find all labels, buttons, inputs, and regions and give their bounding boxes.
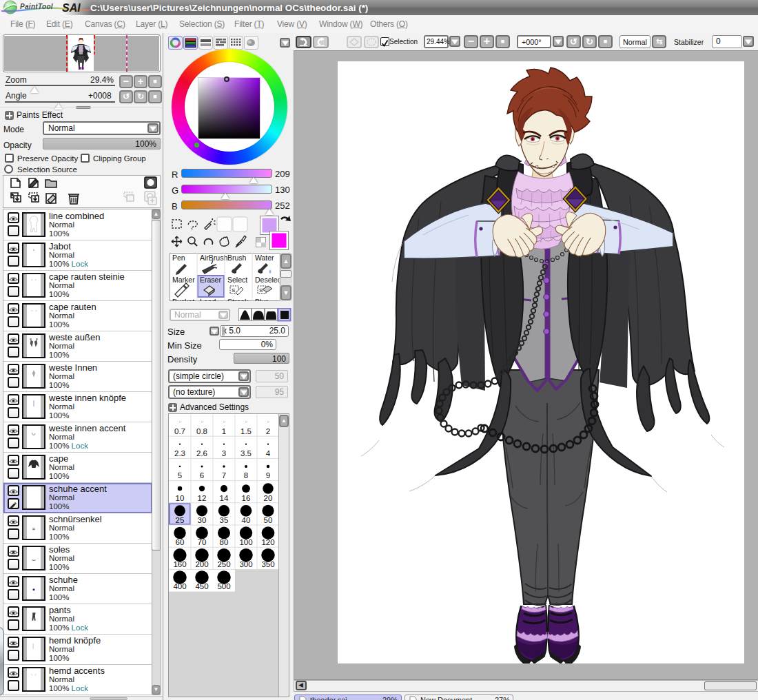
svg-text:S: S bbox=[259, 287, 263, 294]
svg-text:12: 12 bbox=[198, 494, 207, 502]
svg-text:0.8: 0.8 bbox=[196, 427, 207, 435]
svg-text:9: 9 bbox=[266, 471, 270, 480]
svg-text:30: 30 bbox=[198, 516, 207, 524]
svg-text:2.3: 2.3 bbox=[174, 449, 185, 457]
svg-text:70: 70 bbox=[198, 538, 207, 546]
svg-text:Lead: Lead bbox=[200, 298, 216, 301]
svg-text:2: 2 bbox=[266, 427, 270, 435]
svg-text:80: 80 bbox=[220, 538, 229, 546]
svg-text:20: 20 bbox=[264, 494, 273, 502]
svg-text:35: 35 bbox=[220, 516, 229, 524]
svg-text:500: 500 bbox=[217, 582, 230, 590]
svg-text:Pen: Pen bbox=[172, 254, 185, 262]
svg-text:Water: Water bbox=[255, 254, 274, 262]
svg-text:1: 1 bbox=[222, 427, 226, 435]
svg-text:450: 450 bbox=[195, 582, 208, 590]
svg-text:400: 400 bbox=[173, 582, 186, 590]
svg-text:5: 5 bbox=[178, 471, 182, 480]
svg-text:120: 120 bbox=[261, 538, 274, 546]
svg-text:6: 6 bbox=[200, 471, 204, 480]
svg-text:10: 10 bbox=[176, 494, 185, 502]
svg-text:300: 300 bbox=[239, 560, 252, 568]
svg-text:Streak: Streak bbox=[227, 298, 249, 301]
svg-text:14: 14 bbox=[220, 494, 229, 502]
svg-text:PaintTool: PaintTool bbox=[20, 3, 53, 10]
svg-text:200: 200 bbox=[195, 560, 208, 568]
svg-text:AirBrush: AirBrush bbox=[200, 254, 227, 262]
svg-text:350: 350 bbox=[261, 560, 274, 568]
svg-text:Bucket: Bucket bbox=[172, 298, 194, 301]
svg-text:0.7: 0.7 bbox=[174, 427, 185, 435]
svg-text:250: 250 bbox=[217, 560, 230, 568]
svg-text:50: 50 bbox=[264, 516, 273, 524]
svg-text:2.6: 2.6 bbox=[196, 449, 207, 457]
svg-text:3: 3 bbox=[222, 449, 226, 457]
svg-text:60: 60 bbox=[176, 538, 185, 546]
svg-text:3.5: 3.5 bbox=[240, 449, 252, 457]
svg-text:Eraser: Eraser bbox=[200, 276, 221, 284]
svg-text:8: 8 bbox=[244, 471, 248, 480]
svg-text:4: 4 bbox=[266, 449, 271, 457]
svg-text:160: 160 bbox=[173, 560, 186, 568]
svg-text:Blur: Blur bbox=[255, 298, 268, 301]
svg-text:16: 16 bbox=[242, 494, 251, 502]
svg-text:Select: Select bbox=[227, 276, 247, 284]
svg-text:100: 100 bbox=[239, 538, 252, 546]
svg-text:1.5: 1.5 bbox=[240, 427, 252, 435]
svg-text:SAI: SAI bbox=[62, 2, 81, 14]
svg-text:7: 7 bbox=[222, 471, 226, 480]
svg-text:Deselect: Deselect bbox=[255, 276, 283, 284]
svg-text:Marker: Marker bbox=[172, 276, 195, 284]
svg-text:40: 40 bbox=[242, 516, 251, 524]
svg-text:Brush: Brush bbox=[227, 254, 247, 262]
svg-text:S: S bbox=[232, 287, 235, 294]
svg-text:25: 25 bbox=[176, 516, 185, 524]
